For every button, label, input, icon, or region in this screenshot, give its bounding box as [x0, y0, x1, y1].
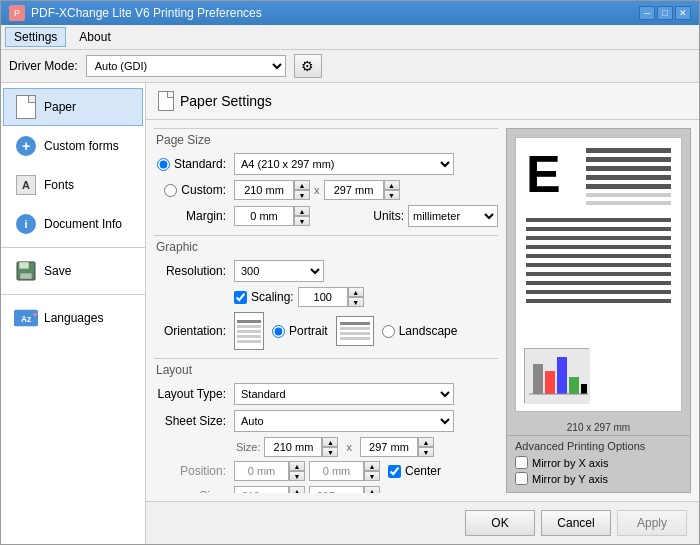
- custom-radio[interactable]: [164, 184, 177, 197]
- main-content: Paper + Custom forms A Fonts i Document …: [1, 83, 699, 544]
- sheet-size-label: Sheet Size:: [154, 414, 234, 428]
- apply-button[interactable]: Apply: [617, 510, 687, 536]
- landscape-option[interactable]: Landscape: [382, 324, 458, 338]
- size2-label: Size:: [154, 489, 234, 493]
- svg-rect-7: [533, 364, 543, 394]
- pos-x-up[interactable]: ▲: [289, 461, 305, 471]
- margin-row: Margin: ▲ ▼ Units: mill: [154, 205, 498, 227]
- cancel-button[interactable]: Cancel: [541, 510, 611, 536]
- resolution-row: Resolution: 300 150 600: [154, 260, 498, 282]
- preview-full-line-4: [526, 245, 671, 249]
- scaling-spinbox: ▲ ▼: [298, 287, 364, 307]
- custom-label: Custom:: [181, 183, 226, 197]
- scaling-up[interactable]: ▲: [348, 287, 364, 297]
- resolution-label: Resolution:: [154, 264, 234, 278]
- size2-w-input[interactable]: [234, 486, 289, 493]
- custom-height-spinbox: ▲ ▼: [324, 180, 400, 200]
- driver-mode-select[interactable]: Auto (GDI): [86, 55, 286, 77]
- preview-full-line-5: [526, 254, 671, 258]
- ok-button[interactable]: OK: [465, 510, 535, 536]
- size2-w-up[interactable]: ▲: [289, 486, 305, 493]
- sidebar-label-paper: Paper: [44, 100, 76, 114]
- custom-width-up[interactable]: ▲: [294, 180, 310, 190]
- mirror-y-checkbox[interactable]: [515, 472, 528, 485]
- titlebar-buttons: ─ □ ✕: [639, 6, 691, 20]
- size2-w-spinbox: ▲ ▼: [234, 486, 305, 493]
- portrait-radio[interactable]: [272, 325, 285, 338]
- size-w-input[interactable]: [264, 437, 322, 457]
- sidebar-label-custom-forms: Custom forms: [44, 139, 119, 153]
- layout-type-select[interactable]: Standard Booklet Multiple: [234, 383, 454, 405]
- custom-width-down[interactable]: ▼: [294, 190, 310, 200]
- size-w-down[interactable]: ▼: [322, 447, 338, 457]
- portrait-icon: [234, 312, 264, 350]
- custom-width-input[interactable]: [234, 180, 294, 200]
- margin-input[interactable]: [234, 206, 294, 226]
- sidebar-divider: [1, 247, 145, 248]
- standard-radio[interactable]: [157, 158, 170, 171]
- graphic-title: Graphic: [154, 235, 498, 254]
- size2-h-input[interactable]: [309, 486, 364, 493]
- custom-row: Custom: ▲ ▼ x: [154, 180, 498, 200]
- scaling-input[interactable]: [298, 287, 348, 307]
- standard-size-select[interactable]: A4 (210 x 297 mm) A3 (297 x 420 mm) Lett…: [234, 153, 454, 175]
- panel: Paper Settings Page Size Standard:: [146, 83, 699, 544]
- preview-line-7: [586, 201, 671, 205]
- pos-y-spinbox: ▲ ▼: [309, 461, 380, 481]
- size2-h-up[interactable]: ▲: [364, 486, 380, 493]
- standard-radio-label[interactable]: Standard:: [154, 157, 226, 171]
- sidebar-item-custom-forms[interactable]: + Custom forms: [3, 127, 143, 165]
- svg-rect-1: [19, 262, 29, 269]
- maximize-button[interactable]: □: [657, 6, 673, 20]
- menu-about[interactable]: About: [70, 27, 119, 47]
- units-label: Units:: [373, 209, 404, 223]
- minimize-button[interactable]: ─: [639, 6, 655, 20]
- resolution-select[interactable]: 300 150 600: [234, 260, 324, 282]
- mirror-y-label: Mirror by Y axis: [532, 473, 608, 485]
- pos-y-down[interactable]: ▼: [364, 471, 380, 481]
- custom-height-down[interactable]: ▼: [384, 190, 400, 200]
- size-h-up[interactable]: ▲: [418, 437, 434, 447]
- advanced-section: Advanced Printing Options Mirror by X ax…: [507, 435, 690, 492]
- sidebar-item-paper[interactable]: Paper: [3, 88, 143, 126]
- sidebar-item-save[interactable]: Save: [3, 252, 143, 290]
- document-info-icon: i: [14, 212, 38, 236]
- size-h-input[interactable]: [360, 437, 418, 457]
- custom-height-up[interactable]: ▲: [384, 180, 400, 190]
- svg-rect-9: [557, 357, 567, 394]
- pos-x-down[interactable]: ▼: [289, 471, 305, 481]
- sidebar-item-document-info[interactable]: i Document Info: [3, 205, 143, 243]
- preview-letter-e: E: [526, 148, 561, 200]
- preview-full-line-8: [526, 281, 671, 285]
- units-select[interactable]: millimeter inch point: [408, 205, 498, 227]
- pos-x-input[interactable]: [234, 461, 289, 481]
- preview-line-6: [586, 193, 671, 197]
- sidebar-item-languages[interactable]: Az Languages: [3, 299, 143, 337]
- margin-down[interactable]: ▼: [294, 216, 310, 226]
- close-button[interactable]: ✕: [675, 6, 691, 20]
- preview-panel: E: [506, 128, 691, 493]
- x-separator-1: x: [310, 184, 324, 196]
- driver-settings-button[interactable]: ⚙: [294, 54, 322, 78]
- portrait-option[interactable]: Portrait: [272, 324, 328, 338]
- menu-settings[interactable]: Settings: [5, 27, 66, 47]
- margin-label: Margin:: [154, 209, 234, 223]
- custom-height-input[interactable]: [324, 180, 384, 200]
- layout-title: Layout: [154, 358, 498, 377]
- svg-rect-8: [545, 371, 555, 394]
- preview-full-line-10: [526, 299, 671, 303]
- mirror-x-checkbox[interactable]: [515, 456, 528, 469]
- custom-radio-label[interactable]: Custom:: [154, 183, 226, 197]
- center-checkbox[interactable]: [388, 465, 401, 478]
- scaling-down[interactable]: ▼: [348, 297, 364, 307]
- landscape-radio[interactable]: [382, 325, 395, 338]
- size-h-down[interactable]: ▼: [418, 447, 434, 457]
- size-w-up[interactable]: ▲: [322, 437, 338, 447]
- scaling-checkbox[interactable]: [234, 291, 247, 304]
- sidebar-item-fonts[interactable]: A Fonts: [3, 166, 143, 204]
- pos-y-input[interactable]: [309, 461, 364, 481]
- margin-up[interactable]: ▲: [294, 206, 310, 216]
- app-icon: P: [9, 5, 25, 21]
- pos-y-up[interactable]: ▲: [364, 461, 380, 471]
- sheet-size-select[interactable]: Auto A4 Letter: [234, 410, 454, 432]
